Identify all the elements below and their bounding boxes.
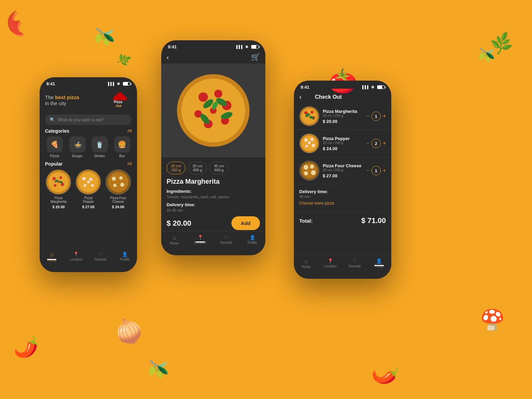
cart-icon[interactable]: 🛒	[251, 53, 260, 61]
checkout-back[interactable]: ‹	[299, 93, 302, 101]
size-btn-45[interactable]: 45 cm600 g	[210, 162, 228, 174]
hero-line2: in the city	[45, 100, 79, 106]
category-soups[interactable]: 🍲 Soups	[68, 136, 87, 158]
svg-point-52	[312, 144, 315, 147]
order-size-1: 20 cm / 250 g.	[323, 114, 363, 118]
nav-location-3[interactable]: 📍 Location	[318, 258, 343, 268]
back-button[interactable]: ‹	[167, 53, 169, 61]
nav-active-indicator-1	[47, 259, 56, 260]
category-pizza[interactable]: 🍕 Pizza	[45, 136, 64, 158]
add-button[interactable]: Add	[231, 216, 260, 230]
svg-point-20	[87, 181, 90, 183]
deco-mushroom: 🍄	[480, 308, 505, 332]
checkout-title: Check Out	[315, 94, 342, 100]
svg-point-7	[52, 177, 56, 180]
nav-profile-3[interactable]: 👤 Profile	[367, 258, 392, 268]
order-pizza-img-1	[299, 106, 319, 126]
order-name-1: Pizza Margherita	[323, 109, 363, 114]
qty-control-3: − 1 +	[366, 166, 386, 175]
location-icon-1: 📍	[73, 252, 79, 257]
choose-more-btn[interactable]: Choose more pizza	[299, 201, 334, 206]
popular-item-2[interactable]: PizzaPepper $ 27.00	[75, 169, 102, 209]
time-3: 9:41	[301, 85, 309, 90]
qty-minus-1[interactable]: −	[366, 113, 369, 119]
svg-point-25	[120, 183, 124, 187]
popular-label: Popular	[45, 161, 62, 167]
category-pizza-label: Pizza	[50, 154, 59, 158]
nav-favorite-3[interactable]: ♡ Favorite	[343, 258, 367, 268]
nav-location-1[interactable]: 📍 Location	[64, 252, 89, 261]
drinks-icon: 🥤	[92, 136, 108, 152]
detail-price: $ 20.00	[167, 219, 191, 228]
category-soups-label: Soups	[72, 154, 82, 158]
popular-price-2: $ 27.00	[82, 205, 95, 209]
qty-value-3: 1	[371, 166, 381, 175]
svg-point-57	[304, 165, 308, 170]
categories-all[interactable]: All	[127, 129, 132, 133]
nav-favorite-label-3: Favorite	[349, 264, 361, 268]
order-info-1: Pizza Margherita 20 cm / 250 g. $ 20.00	[323, 109, 363, 124]
profile-icon-2: 👤	[250, 235, 255, 240]
nav-home-3[interactable]: ⌂ Home	[294, 258, 318, 269]
nav-location-label-1: Location	[70, 258, 83, 261]
profile-icon-3: 👤	[376, 258, 382, 264]
nav-active-indicator-2	[195, 241, 205, 242]
ingredients-label: Ingredients:	[167, 189, 260, 194]
size-btn-35[interactable]: 35 cm400 g	[188, 162, 207, 174]
svg-point-53	[305, 145, 308, 147]
svg-point-17	[89, 178, 92, 181]
popular-item-1[interactable]: PizzaMargherita $ 20.00	[45, 169, 72, 209]
price-add-row: $ 20.00 Add	[167, 216, 260, 230]
search-icon: 🔍	[50, 117, 55, 122]
nav-profile-label-2: Profile	[248, 241, 257, 245]
soups-icon: 🍲	[69, 136, 85, 152]
category-burgers[interactable]: 🍔 Bur	[113, 136, 132, 158]
qty-minus-2[interactable]: −	[366, 140, 369, 146]
search-placeholder: What do you want to eat?	[58, 118, 103, 122]
deco-olive-branch: 🌿	[116, 51, 132, 68]
svg-point-24	[119, 176, 123, 180]
svg-point-26	[113, 184, 117, 187]
nav-home-2[interactable]: ⌂ Home	[161, 235, 187, 245]
order-info-2: Pizza Pepper 20 cm / 250 g. $ 24.00	[323, 136, 363, 151]
category-drinks[interactable]: 🥤 Drinks	[90, 136, 109, 158]
order-info-3: Pizza Four Cheese 20 cm / 250 g. $ 27.00	[323, 163, 363, 178]
qty-plus-3[interactable]: +	[383, 168, 386, 174]
svg-point-18	[91, 184, 94, 187]
bottom-nav-3: ⌂ Home 📍 Location ♡ Favorite 👤 Profile	[294, 255, 391, 279]
categories-header: Categories All	[45, 128, 132, 134]
popular-pizza-1	[46, 169, 71, 195]
svg-text:🍲: 🍲	[74, 141, 82, 149]
qty-minus-3[interactable]: −	[366, 168, 369, 174]
popular-pizza-2	[76, 169, 101, 195]
total-amount: $ 71.00	[361, 216, 386, 225]
svg-text:Hut: Hut	[116, 104, 122, 108]
nav-profile-1[interactable]: 👤 Profile	[113, 252, 137, 261]
nav-profile-2[interactable]: 👤 Profile	[239, 235, 266, 245]
popular-header: Popular All	[45, 161, 132, 167]
svg-point-51	[310, 138, 314, 141]
popular-all[interactable]: All	[127, 162, 132, 166]
qty-control-2: − 2 +	[366, 139, 386, 148]
svg-point-30	[214, 90, 222, 98]
search-bar[interactable]: 🔍 What do you want to eat?	[45, 115, 132, 125]
qty-plus-1[interactable]: +	[383, 113, 386, 119]
qty-plus-2[interactable]: +	[383, 140, 386, 146]
categories-label: Categories	[45, 128, 69, 134]
popular-item-3[interactable]: Pizza FourCheese $ 24.00	[104, 169, 132, 209]
order-name-2: Pizza Pepper	[323, 136, 363, 141]
nav-favorite-1[interactable]: ♡ Favorite	[88, 252, 113, 261]
nav-home-1[interactable]: ⌂ Home	[40, 252, 64, 262]
nav-favorite-2[interactable]: ♡ Favorite	[213, 235, 239, 245]
detail-top-bar: ‹ 🛒	[161, 51, 265, 63]
order-item-1: Pizza Margherita 20 cm / 250 g. $ 20.00 …	[294, 103, 391, 130]
size-btn-20[interactable]: 20 cm250 g	[167, 162, 185, 174]
qty-control-1: − 1 +	[366, 112, 386, 121]
nav-home-label-3: Home	[302, 265, 311, 269]
nav-location-2[interactable]: 📍 Location	[187, 235, 214, 245]
order-pizza-img-3	[299, 161, 319, 181]
svg-point-23	[112, 177, 116, 181]
svg-point-29	[198, 92, 208, 102]
svg-point-58	[310, 165, 314, 169]
deco-flame	[3, 3, 44, 50]
